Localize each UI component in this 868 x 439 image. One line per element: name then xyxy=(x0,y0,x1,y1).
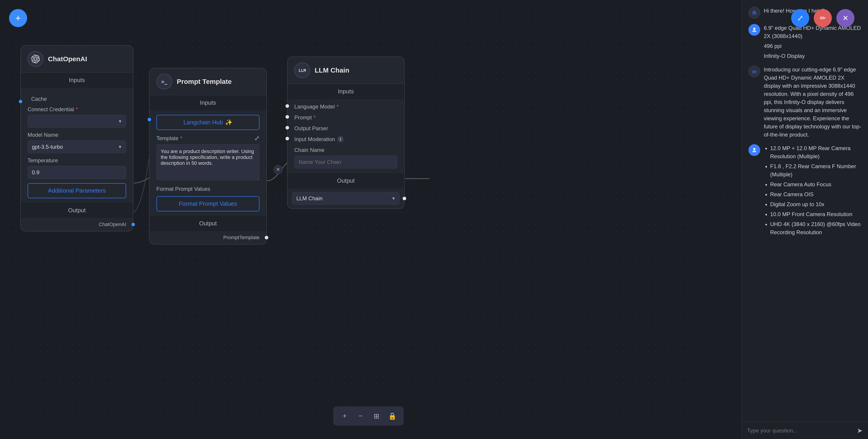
add-button[interactable]: + xyxy=(9,9,27,27)
prompt-title: Prompt Template xyxy=(177,78,232,86)
expand-button[interactable]: ⤢ xyxy=(791,9,809,27)
user-msg1-text: 6.9" edge Quad HD+ Dynamic AMOLED 2X (30… xyxy=(764,24,861,60)
prompt-row: Prompt * xyxy=(294,115,397,121)
list-item: Rear Camera OIS xyxy=(770,190,861,198)
chat-bot-response: Introducing our cutting-edge 6.9" edge Q… xyxy=(748,66,861,139)
cache-connector xyxy=(18,99,23,104)
connect-credential-label: Connect Credential * xyxy=(28,106,126,113)
temperature-label: Temperature xyxy=(28,157,126,164)
canvas-area: ChatOpenAI Inputs Cache Connect Credenti… xyxy=(0,0,737,439)
info-icon[interactable]: ℹ xyxy=(337,136,344,143)
bottom-toolbar: + − ⊞ 🔒 xyxy=(333,406,403,426)
expand-template-icon[interactable]: ⤢ xyxy=(254,134,259,142)
template-label: Template * xyxy=(156,135,182,142)
chatopenai-output-header: Output xyxy=(21,203,133,218)
node-prompt-template: >_ Prompt Template Inputs Langchain Hub … xyxy=(149,68,267,245)
llm-footer: LLM Chain xyxy=(287,188,404,209)
output-parser-connector xyxy=(285,125,290,130)
fit-button[interactable]: ⊞ xyxy=(371,410,382,421)
svg-point-8 xyxy=(753,148,755,150)
temperature-input[interactable] xyxy=(28,166,126,179)
svg-point-7 xyxy=(755,71,756,72)
chatopenai-footer: ChatOpenAI xyxy=(21,218,133,231)
model-name-wrapper: gpt-3.5-turbo xyxy=(28,140,126,153)
llm-chain-select[interactable]: LLM Chain xyxy=(292,192,400,205)
bot-avatar xyxy=(748,7,760,19)
connect-credential-select[interactable] xyxy=(28,115,126,128)
close-button[interactable]: ✕ xyxy=(836,9,855,27)
llm-output-header: Output xyxy=(287,173,404,188)
chain-name-label: Chain Name xyxy=(294,147,397,153)
list-item: F1.8 , F2.2 Rear Camera F Number (Multip… xyxy=(770,162,861,179)
top-toolbar: ⤢ ✏ ✕ xyxy=(791,9,855,27)
node-llm-chain: LLM LLM Chain Inputs Language Model * Pr… xyxy=(287,57,405,209)
bot-response-text: Introducing our cutting-edge 6.9" edge Q… xyxy=(764,66,861,139)
prompt-body: Langchain Hub ✨ Template * ⤢ You are a p… xyxy=(150,110,266,216)
prompt-icon: >_ xyxy=(156,74,172,90)
chatopenai-header: ChatOpenAI xyxy=(21,46,133,72)
list-item: 10.0 MP Front Camera Resolution xyxy=(770,210,861,218)
lock-icon: 🔒 xyxy=(388,412,397,420)
model-name-select[interactable]: gpt-3.5-turbo xyxy=(28,140,126,153)
lock-button[interactable]: 🔒 xyxy=(386,410,398,421)
expand-icon: ⤢ xyxy=(797,14,803,22)
llm-body: Language Model * Prompt * Output Parser xyxy=(287,99,404,173)
chat-user-msg1: 6.9" edge Quad HD+ Dynamic AMOLED 2X (30… xyxy=(748,24,861,60)
output-parser-row: Output Parser xyxy=(294,125,397,131)
chatopenai-title: ChatOpenAI xyxy=(48,55,87,63)
user-avatar-2 xyxy=(748,144,760,156)
format-prompt-label: Format Prompt Values xyxy=(156,186,259,192)
zoom-in-button[interactable]: + xyxy=(339,410,350,421)
template-header-row: Template * ⤢ xyxy=(156,134,259,142)
zoom-out-button[interactable]: − xyxy=(355,410,366,421)
send-icon: ➤ xyxy=(857,427,863,434)
svg-point-3 xyxy=(755,12,756,13)
list-item: 12.0 MP + 12.0 MP Rear Camera Resolution… xyxy=(770,144,861,160)
chatopenai-icon xyxy=(28,51,43,67)
user-msg2-list: 12.0 MP + 12.0 MP Rear Camera Resolution… xyxy=(764,144,861,238)
chat-send-button[interactable]: ➤ xyxy=(857,427,863,435)
svg-point-4 xyxy=(753,28,755,30)
list-item: Digital Zoom up to 10x xyxy=(770,200,861,209)
input-moderation-connector xyxy=(285,136,290,141)
chat-messages: Hi there! How can I help? 6.9" edge Quad… xyxy=(742,0,868,422)
prompt-connector xyxy=(285,115,290,119)
input-moderation-label: Input Moderation xyxy=(294,136,335,143)
chat-user-msg2: 12.0 MP + 12.0 MP Rear Camera Resolution… xyxy=(748,144,861,238)
language-model-row: Language Model * xyxy=(294,103,397,110)
edit-icon: ✏ xyxy=(820,14,826,22)
bot-avatar-2 xyxy=(748,66,760,77)
chat-input-area: ➤ xyxy=(742,422,868,439)
llm-chain-select-wrapper: LLM Chain xyxy=(292,192,400,205)
connection-close-button[interactable]: ✕ xyxy=(274,165,283,174)
cache-row: Cache xyxy=(28,96,126,102)
output-parser-label: Output Parser xyxy=(294,125,328,131)
connect-credential-wrapper xyxy=(28,115,126,128)
format-prompt-button[interactable]: Format Prompt Values xyxy=(156,196,259,211)
input-moderation-row: Input Moderation ℹ xyxy=(294,136,397,143)
close-icon: ✕ xyxy=(842,14,848,22)
llm-inputs-header: Inputs xyxy=(287,84,404,99)
prompt-inputs-header: Inputs xyxy=(150,95,266,110)
language-model-connector xyxy=(285,103,290,108)
prompt-header: >_ Prompt Template xyxy=(150,68,266,95)
llm-output-connector xyxy=(402,196,407,201)
chatopenai-inputs-header: Inputs xyxy=(21,72,133,88)
langchain-hub-button[interactable]: Langchain Hub ✨ xyxy=(156,115,259,130)
user-avatar-1 xyxy=(748,24,760,36)
chat-panel: Hi there! How can I help? 6.9" edge Quad… xyxy=(741,0,868,439)
chat-input[interactable] xyxy=(747,428,853,434)
additional-params-button[interactable]: Additional Parameters xyxy=(28,183,126,198)
chain-name-input[interactable] xyxy=(294,156,397,169)
prompt-output-header: Output xyxy=(150,216,266,231)
svg-rect-1 xyxy=(753,11,755,12)
prompt-left-connector xyxy=(147,117,152,122)
prompt-label: Prompt * xyxy=(294,115,316,121)
llm-header: LLM LLM Chain xyxy=(287,57,404,84)
svg-point-6 xyxy=(753,71,754,72)
edit-button[interactable]: ✏ xyxy=(814,9,832,27)
template-textarea[interactable]: You are a product description writer. Us… xyxy=(156,144,259,180)
llm-icon: LLM xyxy=(294,62,310,78)
prompt-footer-label: PromptTemplate xyxy=(223,234,259,241)
list-item: Rear Camera Auto Focus xyxy=(770,180,861,189)
